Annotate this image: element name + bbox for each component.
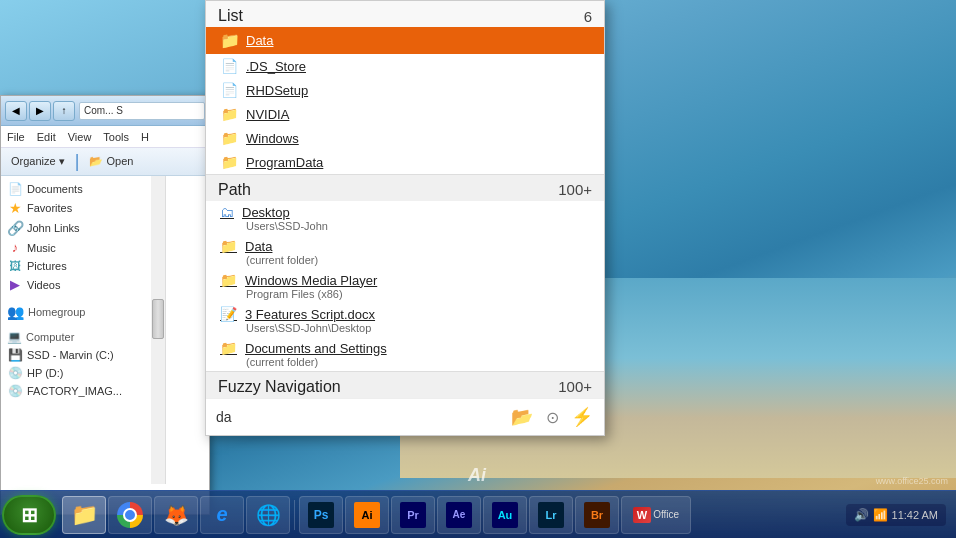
path-desktop-label: Desktop: [242, 205, 290, 220]
watermark: www.office25.com: [876, 476, 948, 486]
sidebar: 📄 Documents ★ Favorites 🔗 John Links ♪ M…: [1, 176, 166, 484]
list-item-nvidia[interactable]: 📁 NVIDIA: [206, 102, 604, 126]
nav-buttons: ◀ ▶ ↑: [5, 101, 75, 121]
ie-icon: e: [216, 503, 227, 526]
taskbar-firefox[interactable]: 🦊: [154, 496, 198, 534]
firefox-icon: 🦊: [164, 503, 189, 527]
video-icon: ▶: [7, 277, 23, 292]
up-button[interactable]: ↑: [53, 101, 75, 121]
list-item-data[interactable]: 📁 Data: [206, 27, 604, 54]
menu-view[interactable]: View: [68, 131, 92, 143]
sidebar-label-favorites: Favorites: [27, 202, 72, 214]
menu-tools[interactable]: Tools: [103, 131, 129, 143]
address-bar[interactable]: Com... S: [79, 102, 205, 120]
computer-icon: 💻: [7, 330, 22, 344]
list-item-ds-store[interactable]: 📄 .DS_Store: [206, 54, 604, 78]
sidebar-item-music[interactable]: ♪ Music: [1, 238, 165, 257]
list-item-rhdsetup[interactable]: 📄 RHDSetup: [206, 78, 604, 102]
clock: 11:42 AM: [892, 509, 938, 521]
computer-label: Computer: [26, 331, 74, 343]
menu-edit[interactable]: Edit: [37, 131, 56, 143]
explorer-body: 📄 Documents ★ Favorites 🔗 John Links ♪ M…: [1, 176, 209, 484]
sidebar-item-ssd[interactable]: 💾 SSD - Marvin (C:): [1, 346, 165, 364]
homegroup-icon: 👥: [7, 304, 24, 320]
file-icon-ds: 📄: [220, 58, 238, 74]
taskbar-photoshop[interactable]: Ps: [299, 496, 343, 534]
taskbar-chrome[interactable]: [108, 496, 152, 534]
star-icon: ★: [7, 200, 23, 216]
address-text: Com... S: [84, 105, 123, 116]
start-button[interactable]: ⊞: [2, 495, 56, 535]
explorer-toolbar: Organize ▾ | 📂 Open: [1, 148, 209, 176]
explorer-window: ◀ ▶ ↑ Com... S File Edit View Tools H Or…: [0, 95, 210, 515]
menu-file[interactable]: File: [7, 131, 25, 143]
pic-icon: 🖼: [7, 259, 23, 273]
data-path-icon: 📁: [220, 238, 237, 254]
path-item-wmp[interactable]: 📁 Windows Media Player Program Files (x8…: [206, 269, 604, 303]
path-item-docx[interactable]: 📝 3 Features Script.docx Users\SSD-John\…: [206, 303, 604, 337]
taskbar-lightroom[interactable]: Lr: [529, 496, 573, 534]
menu-help[interactable]: H: [141, 131, 149, 143]
homegroup-header: 👥 Homegroup: [1, 300, 165, 322]
sidebar-item-documents[interactable]: 📄 Documents: [1, 180, 165, 198]
path-item-desktop[interactable]: 🗂 Desktop Users\SSD-John: [206, 201, 604, 235]
list-item-windows[interactable]: 📁 Windows: [206, 126, 604, 150]
sidebar-item-links[interactable]: 🔗 John Links: [1, 218, 165, 238]
taskbar-ie[interactable]: e: [200, 496, 244, 534]
input-row: 📂 ⊙ ⚡: [206, 398, 604, 435]
folder-icon-data: 📁: [220, 31, 238, 50]
list-section-header: List 6: [206, 1, 604, 27]
list-section-count: 6: [584, 8, 592, 25]
ps-icon: Ps: [308, 502, 334, 528]
taskbar-office[interactable]: W Office: [621, 496, 691, 534]
sidebar-item-favorites[interactable]: ★ Favorites: [1, 198, 165, 218]
taskbar-audition[interactable]: Au: [483, 496, 527, 534]
lr-icon: Lr: [538, 502, 564, 528]
scrollbar-thumb[interactable]: [152, 299, 164, 339]
sidebar-item-pictures[interactable]: 🖼 Pictures: [1, 257, 165, 275]
folder-icon-windows: 📁: [220, 130, 238, 146]
sidebar-label-pictures: Pictures: [27, 260, 67, 272]
sidebar-item-videos[interactable]: ▶ Videos: [1, 275, 165, 294]
bolt-icon[interactable]: ⚡: [570, 405, 594, 429]
taskbar-aftereffects[interactable]: Ae: [437, 496, 481, 534]
taskbar-explorer[interactable]: 📁: [62, 496, 106, 534]
folder-open-icon[interactable]: 📂: [510, 405, 534, 429]
office-label: Office: [653, 509, 679, 520]
list-item-programdata[interactable]: 📁 ProgramData: [206, 150, 604, 174]
sidebar-item-factory[interactable]: 💿 FACTORY_IMAG...: [1, 382, 165, 400]
back-button[interactable]: ◀: [5, 101, 27, 121]
path-item-docs-settings[interactable]: 📁 Documents and Settings (current folder…: [206, 337, 604, 371]
sidebar-scrollbar[interactable]: [151, 176, 165, 484]
taskbar-illustrator[interactable]: Ai: [345, 496, 389, 534]
docx-path-icon: 📝: [220, 306, 237, 322]
homegroup-label: Homegroup: [28, 306, 85, 318]
path-item-data[interactable]: 📁 Data (current folder): [206, 235, 604, 269]
sidebar-label-ssd: SSD - Marvin (C:): [27, 349, 114, 361]
windows-logo: ⊞: [21, 503, 38, 527]
circle-icon[interactable]: ⊙: [540, 405, 564, 429]
list-item-windows-label: Windows: [246, 131, 299, 146]
list-item-rhd-label: RHDSetup: [246, 83, 308, 98]
toolbar-divider: |: [75, 151, 80, 172]
menu-bar: File Edit View Tools H: [1, 126, 209, 148]
folder-icon-nvidia: 📁: [220, 106, 238, 122]
taskbar-premiere[interactable]: Pr: [391, 496, 435, 534]
tray-area[interactable]: 🔊 📶 11:42 AM: [846, 504, 946, 526]
network-icon: 🌐: [256, 503, 281, 527]
open-button[interactable]: 📂 Open: [85, 153, 137, 170]
sidebar-item-hp[interactable]: 💿 HP (D:): [1, 364, 165, 382]
taskbar-network[interactable]: 🌐: [246, 496, 290, 534]
taskbar-bridge[interactable]: Br: [575, 496, 619, 534]
docs-settings-icon: 📁: [220, 340, 237, 356]
office-icon: W: [633, 507, 651, 523]
search-input[interactable]: [216, 409, 504, 425]
list-item-data-label: Data: [246, 33, 273, 48]
pr-icon: Pr: [400, 502, 426, 528]
path-items-container: 🗂 Desktop Users\SSD-John 📁 Data (current…: [206, 201, 604, 371]
sidebar-label-music: Music: [27, 242, 56, 254]
sidebar-label-hp: HP (D:): [27, 367, 63, 379]
organize-button[interactable]: Organize ▾: [7, 153, 69, 170]
explorer-titlebar: ◀ ▶ ↑ Com... S: [1, 96, 209, 126]
forward-button[interactable]: ▶: [29, 101, 51, 121]
